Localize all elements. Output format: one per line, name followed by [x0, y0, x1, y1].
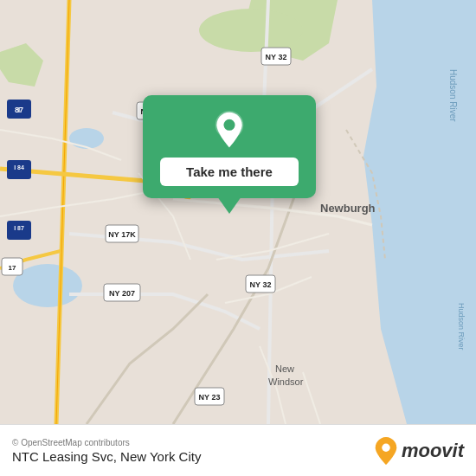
location-name: NTC Leasing Svc, New York City: [12, 449, 374, 464]
svg-point-6: [13, 264, 82, 307]
attribution-text: © OpenStreetMap contributors: [12, 438, 374, 447]
svg-text:NY 32: NY 32: [250, 280, 272, 289]
svg-text:Windsor: Windsor: [268, 376, 304, 387]
svg-text:Hudson River: Hudson River: [457, 303, 466, 351]
moovit-pin-icon: [374, 436, 398, 466]
svg-text:New: New: [275, 363, 294, 374]
moovit-logo[interactable]: moovit: [374, 436, 464, 466]
svg-text:17: 17: [9, 264, 16, 272]
bottom-bar: © OpenStreetMap contributors NTC Leasing…: [0, 424, 476, 476]
bottom-left: © OpenStreetMap contributors NTC Leasing…: [12, 438, 374, 464]
svg-text:NY 17K: NY 17K: [108, 230, 136, 239]
map-container: I 87 I 84 I 87 NY 52 NY 32 NY 17K NY 207…: [0, 0, 476, 424]
svg-point-36: [382, 443, 389, 451]
svg-text:I 87: I 87: [14, 225, 24, 231]
location-pin-icon: [210, 111, 248, 149]
svg-text:NY 32: NY 32: [266, 53, 287, 61]
svg-text:Hudson River: Hudson River: [448, 69, 458, 122]
svg-point-35: [223, 119, 235, 131]
svg-text:NY 207: NY 207: [109, 289, 135, 298]
svg-text:NY 23: NY 23: [199, 393, 221, 402]
svg-text:87: 87: [15, 106, 23, 114]
popup-card: Take me there: [143, 95, 316, 198]
svg-text:I 84: I 84: [14, 164, 24, 170]
moovit-brand-text: moovit: [402, 440, 464, 462]
svg-point-5: [199, 9, 303, 52]
svg-point-7: [69, 128, 104, 149]
take-me-there-button[interactable]: Take me there: [160, 158, 299, 186]
svg-text:Newburgh: Newburgh: [320, 202, 376, 215]
